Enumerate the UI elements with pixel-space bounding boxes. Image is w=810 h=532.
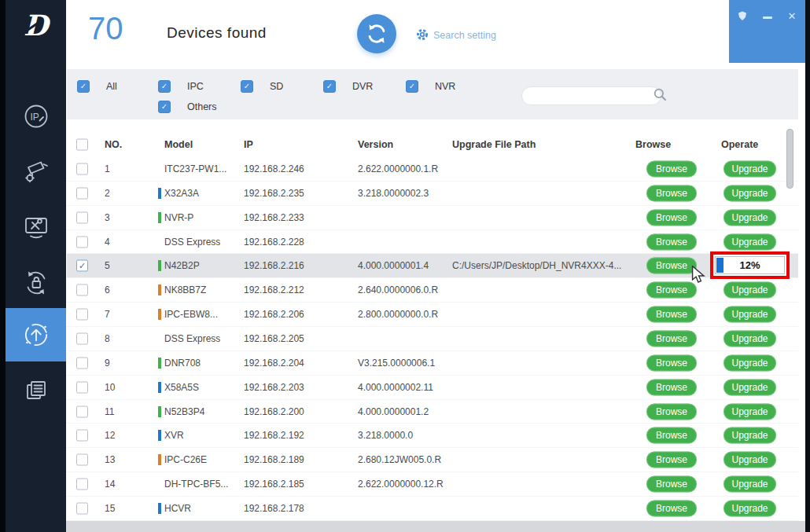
- row-checkbox[interactable]: ✓: [76, 309, 88, 321]
- checkbox-checked-icon[interactable]: ✓: [241, 80, 253, 93]
- gear-icon[interactable]: [416, 28, 429, 41]
- bottom-strip: [66, 521, 805, 532]
- select-all-checkbox[interactable]: ✓: [76, 139, 88, 151]
- browse-button[interactable]: Browse: [646, 233, 697, 250]
- checkbox-checked-icon[interactable]: ✓: [158, 101, 171, 113]
- browse-button[interactable]: Browse: [646, 185, 697, 201]
- row-checkbox[interactable]: ✓: [76, 211, 88, 223]
- filter-checkbox-all[interactable]: ✓ All: [77, 80, 117, 93]
- upgrade-button[interactable]: Upgrade: [723, 185, 776, 201]
- browse-button[interactable]: Browse: [646, 354, 697, 371]
- checkbox-checked-icon[interactable]: ✓: [158, 80, 171, 93]
- row-checkbox[interactable]: ✓: [76, 260, 88, 272]
- table-row[interactable]: ✓ 8 DSS Express 192.168.2.205 Browse Upg…: [67, 327, 798, 351]
- browse-button[interactable]: Browse: [646, 160, 697, 177]
- upgrade-button[interactable]: Upgrade: [723, 233, 776, 250]
- upgrade-button[interactable]: Upgrade: [723, 354, 776, 371]
- row-checkbox[interactable]: ✓: [76, 284, 88, 296]
- checkbox-checked-icon[interactable]: ✓: [77, 80, 90, 93]
- upgrade-button[interactable]: Upgrade: [723, 209, 776, 226]
- row-number: 2: [105, 188, 110, 199]
- upgrade-button[interactable]: Upgrade: [723, 452, 776, 468]
- row-checkbox[interactable]: ✓: [76, 405, 88, 417]
- table-row[interactable]: ✓ 4 DSS Express 192.168.2.228 Browse Upg…: [67, 230, 798, 255]
- table-row[interactable]: ✓ 9 DNR708 192.168.2.204 V3.215.0000006.…: [67, 351, 798, 376]
- upgrade-button[interactable]: Upgrade: [723, 282, 776, 299]
- upgrade-button[interactable]: Upgrade: [723, 427, 776, 444]
- browse-button[interactable]: Browse: [646, 476, 697, 493]
- row-checkbox[interactable]: ✓: [76, 502, 88, 514]
- filter-checkbox-sd[interactable]: ✓ SD: [241, 80, 283, 93]
- sidebar-item-device-list[interactable]: [6, 375, 66, 406]
- filter-bar: ✓ All ✓ IPC ✓ SD ✓ DVR ✓ NVR ✓ Others: [67, 69, 798, 119]
- row-model: IPC-EBW8...: [164, 309, 218, 320]
- column-header-model: Model: [164, 139, 193, 150]
- filter-checkbox-others[interactable]: ✓ Others: [158, 101, 217, 113]
- table-row[interactable]: ✓ 6 NK8BB7Z 192.168.2.212 2.640.0000006.…: [67, 278, 798, 303]
- search-setting-link[interactable]: Search setting: [433, 30, 496, 41]
- upgrade-button[interactable]: Upgrade: [723, 403, 776, 420]
- search-input[interactable]: [521, 86, 661, 105]
- row-ip: 192.168.2.235: [244, 188, 304, 199]
- row-checkbox[interactable]: ✓: [76, 454, 88, 466]
- row-checkbox[interactable]: ✓: [76, 479, 88, 490]
- browse-button[interactable]: Browse: [646, 427, 697, 444]
- row-model: N52B3P4: [164, 406, 204, 417]
- row-checkbox[interactable]: ✓: [76, 381, 88, 393]
- row-checkbox[interactable]: ✓: [76, 430, 88, 442]
- search-magnifier-icon[interactable]: [653, 87, 667, 105]
- upgrade-button[interactable]: Upgrade: [723, 306, 776, 323]
- table-row[interactable]: ✓ 10 X58A5S 192.168.2.203 4.000.0000002.…: [67, 376, 798, 400]
- browse-button[interactable]: Browse: [646, 500, 697, 516]
- row-ip: 192.168.2.206: [244, 309, 304, 320]
- browse-button[interactable]: Browse: [646, 258, 697, 274]
- browse-button[interactable]: Browse: [646, 306, 697, 323]
- sidebar-item-upgrade[interactable]: [6, 308, 66, 361]
- upgrade-button[interactable]: Upgrade: [723, 330, 776, 347]
- shield-icon[interactable]: [737, 10, 748, 21]
- row-checkbox[interactable]: ✓: [76, 187, 88, 199]
- browse-button[interactable]: Browse: [646, 403, 697, 420]
- refresh-button[interactable]: [357, 14, 396, 53]
- sidebar-item-ip-config[interactable]: IP: [6, 101, 66, 132]
- sidebar-item-security[interactable]: [6, 267, 66, 299]
- minimize-icon[interactable]: [762, 10, 773, 21]
- row-version: 2.640.0000006.0.R: [358, 284, 438, 295]
- table-row[interactable]: ✓ 1 ITC237-PW1... 192.168.2.246 2.622.00…: [67, 157, 798, 182]
- table-row[interactable]: ✓ 11 N52B3P4 192.168.2.200 4.000.0000001…: [67, 400, 798, 424]
- upgrade-button[interactable]: Upgrade: [723, 379, 776, 395]
- table-row[interactable]: ✓ 14 DH-TPC-BF5... 192.168.2.185 2.622.0…: [67, 472, 798, 497]
- table-row[interactable]: ✓ 7 IPC-EBW8... 192.168.2.206 2.800.0000…: [67, 303, 798, 327]
- table-row[interactable]: ✓ 12 XVR 192.168.2.192 3.218.0000.0 Brow…: [67, 424, 798, 448]
- upgrade-button[interactable]: Upgrade: [723, 160, 776, 177]
- upgrade-button[interactable]: Upgrade: [723, 476, 776, 493]
- row-checkbox[interactable]: ✓: [76, 236, 88, 248]
- browse-button[interactable]: Browse: [646, 379, 697, 395]
- mouse-cursor: [690, 266, 707, 287]
- checkbox-checked-icon[interactable]: ✓: [406, 80, 418, 93]
- checkbox-checked-icon[interactable]: ✓: [323, 80, 336, 93]
- scrollbar-thumb[interactable]: [786, 129, 793, 189]
- upgrade-button[interactable]: Upgrade: [723, 500, 776, 516]
- browse-button[interactable]: Browse: [646, 282, 697, 299]
- browse-button[interactable]: Browse: [646, 330, 697, 347]
- browse-button[interactable]: Browse: [646, 452, 697, 468]
- filter-checkbox-dvr[interactable]: ✓ DVR: [323, 80, 373, 93]
- table-row[interactable]: ✓ 5 N42B2P 192.168.2.216 4.000.0000001.4…: [67, 254, 798, 278]
- row-checkbox[interactable]: ✓: [76, 332, 88, 344]
- device-type-bar: [158, 284, 161, 295]
- row-checkbox[interactable]: ✓: [76, 357, 88, 369]
- table-row[interactable]: ✓ 3 NVR-P 192.168.2.233 Browse Upgrade: [67, 206, 798, 230]
- filter-checkbox-ipc[interactable]: ✓ IPC: [158, 80, 204, 93]
- app-logo: D: [6, 5, 66, 46]
- row-checkbox[interactable]: ✓: [76, 163, 88, 174]
- close-icon[interactable]: ✕: [786, 10, 797, 21]
- table-row[interactable]: ✓ 2 X32A3A 192.168.2.235 3.218.0000002.3…: [67, 182, 798, 206]
- filter-checkbox-nvr[interactable]: ✓ NVR: [406, 80, 455, 93]
- sidebar-item-device-tools[interactable]: [6, 212, 66, 244]
- sidebar-item-camera-config[interactable]: [6, 155, 66, 186]
- row-number: 1: [105, 163, 110, 174]
- browse-button[interactable]: Browse: [646, 209, 697, 226]
- table-row[interactable]: ✓ 15 HCVR 192.168.2.178 Browse Upgrade: [67, 497, 798, 521]
- table-row[interactable]: ✓ 13 IPC-C26E 192.168.2.189 2.680.12JW00…: [67, 448, 798, 472]
